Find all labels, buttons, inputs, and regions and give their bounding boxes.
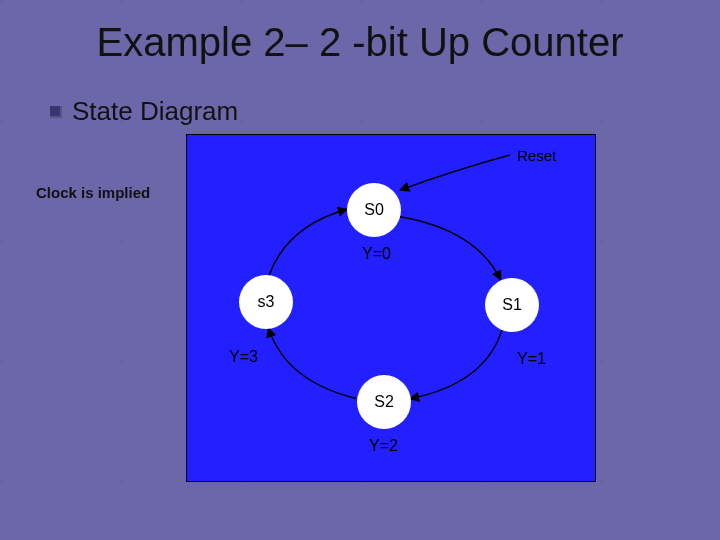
subtitle-text: State Diagram	[72, 96, 238, 127]
output-y0: Y=0	[362, 245, 391, 263]
state-s3: s3	[239, 275, 293, 329]
state-s0: S0	[347, 183, 401, 237]
state-s1: S1	[485, 278, 539, 332]
clock-note: Clock is implied	[36, 184, 150, 201]
slide-title: Example 2– 2 -bit Up Counter	[0, 20, 720, 65]
bullet-row: State Diagram	[50, 96, 238, 127]
output-y3: Y=3	[229, 348, 258, 366]
output-y2: Y=2	[369, 437, 398, 455]
bullet-icon	[50, 106, 62, 118]
reset-label: Reset	[517, 147, 556, 164]
output-y1: Y=1	[517, 350, 546, 368]
state-diagram-panel: S0 S1 S2 s3 Reset Y=0 Y=1 Y=2 Y=3	[186, 134, 596, 482]
state-s2: S2	[357, 375, 411, 429]
